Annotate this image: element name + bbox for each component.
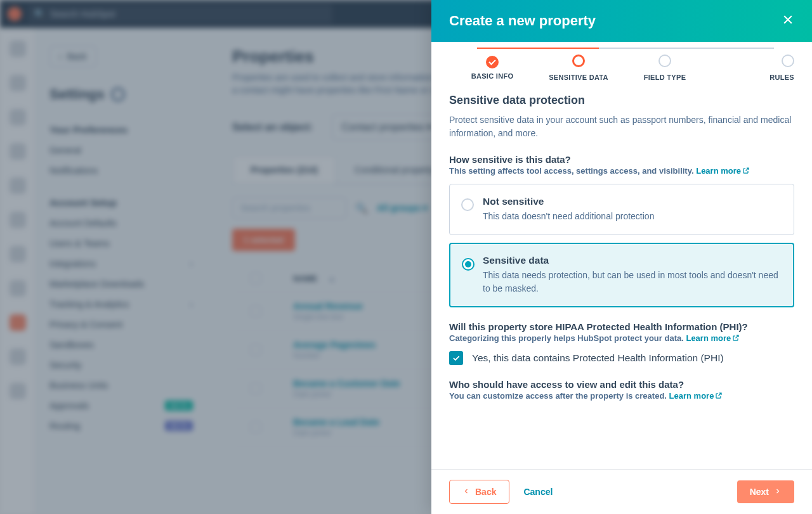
drawer-footer: Back Cancel Next [431,469,812,514]
question-access: Who should have access to view and edit … [449,379,794,390]
chevron-right-icon [774,487,782,497]
drawer-body: Sensitive data protection Protect sensit… [431,84,812,469]
learn-more-link[interactable]: Learn more [686,333,740,343]
step-sensitive-data: SENSITIVE DATA [535,55,622,81]
radio-icon [462,258,475,271]
question-sensitivity-sub: This setting affects tool access, settin… [449,166,794,176]
stepper: BASIC INFO SENSITIVE DATA FIELD TYPE RUL… [431,42,812,84]
external-link-icon [715,392,723,401]
back-button[interactable]: Back [449,480,509,504]
radio-icon [461,198,474,211]
close-icon[interactable] [782,13,794,29]
external-link-icon [742,167,750,176]
question-phi-sub: Categorizing this properly helps HubSpot… [449,333,794,344]
phi-checkbox-row[interactable]: Yes, this data contains Protected Health… [449,351,794,365]
drawer-header: Create a new property [431,0,812,42]
learn-more-link[interactable]: Learn more [696,166,750,176]
chevron-left-icon [462,487,470,497]
drawer-title: Create a new property [449,13,596,29]
next-button[interactable]: Next [737,480,794,503]
question-access-sub: You can customize access after the prope… [449,391,794,401]
question-sensitivity: How sensitive is this data? [449,154,794,165]
checkbox-checked-icon [449,351,463,365]
step-field-type: FIELD TYPE [622,55,708,81]
section-title: Sensitive data protection [449,94,794,107]
cancel-button[interactable]: Cancel [521,480,555,503]
step-rules: RULES [708,55,794,81]
option-sensitive-data[interactable]: Sensitive data This data needs protectio… [449,243,794,307]
section-desc: Protect sensitive data in your account s… [449,113,794,140]
external-link-icon [732,334,740,344]
learn-more-link[interactable]: Learn more [669,391,723,401]
option-not-sensitive[interactable]: Not sensitive This data doesn't need add… [449,184,794,235]
question-phi: Will this property store HIPAA Protected… [449,321,794,332]
create-property-drawer: Create a new property BASIC INFO SENSITI… [431,0,812,514]
step-basic-info: BASIC INFO [449,55,535,80]
